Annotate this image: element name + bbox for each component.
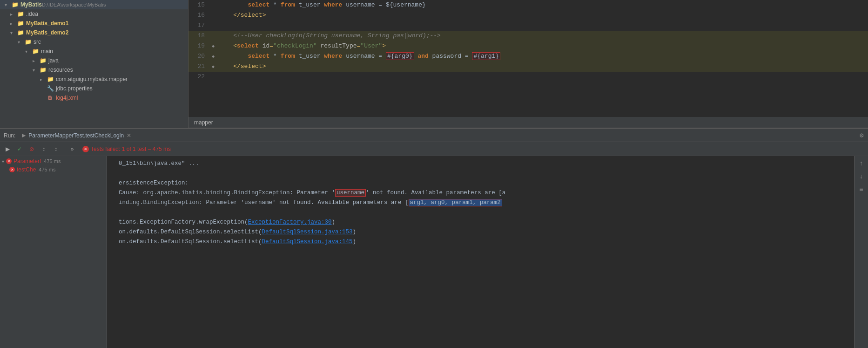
line-number: 21 xyxy=(188,61,209,72)
default-sql-session-link-2[interactable]: DefaultSqlSession.java:145 xyxy=(262,239,353,245)
line-content: select * from t_user where username = ${… xyxy=(217,0,868,10)
arrow-up-icon[interactable]: ↑ xyxy=(856,158,867,169)
file-icon: 🗎 xyxy=(47,94,54,102)
spacer xyxy=(37,85,45,92)
right-sidebar: ↑ ↓ ≡ xyxy=(854,156,868,348)
sidebar-item-main[interactable]: ▾ 📁 main xyxy=(0,47,188,56)
code-line-20: 20 ◆ select * from t_user where username… xyxy=(188,51,868,61)
sidebar-item-label: .idea xyxy=(26,11,38,17)
sidebar-item-label: log4j.xml xyxy=(56,95,78,101)
console-line-1: 0_151\bin\java.exe" ... xyxy=(112,159,849,168)
folder-icon: 📁 xyxy=(32,48,39,55)
code-line-17: 17 xyxy=(188,20,868,31)
run-tab-name[interactable]: ParameterMapperTest.testCheckLogin xyxy=(28,132,124,139)
test-list: ▾ ✕ ParameterI 475 ms ✕ testChe 475 ms xyxy=(0,156,107,348)
line-content: </select> xyxy=(217,10,868,20)
line-content xyxy=(217,20,868,31)
username-highlight: username xyxy=(335,189,366,197)
test-list-item-0[interactable]: ▾ ✕ ParameterI 475 ms xyxy=(0,157,107,165)
run-body: ▾ ✕ ParameterI 475 ms ✕ testChe 475 ms 0… xyxy=(0,156,868,348)
sidebar-item-idea[interactable]: ▸ 📁 .idea xyxy=(0,9,188,19)
sidebar-item-src[interactable]: ▾ 📁 src xyxy=(0,37,188,47)
close-tab-button[interactable]: ✕ xyxy=(127,132,131,139)
expand-icon: ▾ xyxy=(30,66,37,74)
sort-asc-button[interactable]: ↕ xyxy=(38,143,49,155)
sidebar-item-mybatis-demo1[interactable]: ▸ 📁 MyBatis_demo1 xyxy=(0,19,188,28)
gutter: ◆ xyxy=(209,41,217,51)
folder-icon: 📁 xyxy=(47,75,54,83)
sidebar-item-label: jdbc.properties xyxy=(56,85,93,92)
test-time: 475 ms xyxy=(39,167,55,172)
expand-icon: ▾ xyxy=(7,29,15,36)
arg0-expr: #{arg0} xyxy=(386,52,414,60)
folder-icon: 📁 xyxy=(17,20,24,27)
run-toolbar: ▶ ✓ ⊘ ↕ ↕ » ✕ Tests failed: 1 of 1 test … xyxy=(0,142,868,156)
expand-icon: ▾ xyxy=(2,159,4,164)
check-button[interactable]: ✓ xyxy=(14,143,25,155)
sidebar-item-label: MyBatis_demo2 xyxy=(26,29,68,36)
file-tree: ▾ 📁 MyBatis D:\IDEA\workspace\MyBatis ▸ … xyxy=(0,0,188,128)
console-line-8: on.defaults.DefaultSqlSession.selectList… xyxy=(112,227,849,237)
line-content: <!--User checkLogin(String username, Str… xyxy=(217,31,868,41)
sidebar-item-log4j[interactable]: 🗎 log4j.xml xyxy=(0,93,188,102)
console-line-2 xyxy=(112,169,849,178)
code-line-19: 19 ◆ <select id="checkLogin" resultType=… xyxy=(188,41,868,51)
code-line-16: 16 </select> xyxy=(188,10,868,20)
sidebar-item-label: MyBatis_demo1 xyxy=(26,20,68,27)
toolbar-separator xyxy=(64,145,64,153)
line-number: 16 xyxy=(188,10,209,20)
sidebar-item-resources[interactable]: ▾ 📁 resources xyxy=(0,65,188,75)
console-line-7: tions.ExceptionFactory.wrapException(Exc… xyxy=(112,218,849,227)
spacer xyxy=(37,94,45,102)
expand-button[interactable]: » xyxy=(67,143,78,155)
error-indicator: ✕ xyxy=(6,158,12,164)
run-button[interactable]: ▶ xyxy=(2,143,13,155)
params-highlight: arg1, arg0, param1, param2 xyxy=(409,199,502,206)
expand-icon: ▾ xyxy=(15,38,22,46)
sort-desc-button[interactable]: ↕ xyxy=(50,143,61,155)
exception-factory-link[interactable]: ExceptionFactory.java:30 xyxy=(248,219,332,225)
run-panel: Run: ▶ ParameterMapperTest.testCheckLogi… xyxy=(0,128,868,348)
editor-tab-bar: mapper xyxy=(188,117,868,128)
line-content xyxy=(217,72,868,82)
folder-icon: 📁 xyxy=(17,29,24,36)
sidebar-item-java[interactable]: ▸ 📁 java xyxy=(0,56,188,65)
gutter: ◆ xyxy=(209,61,217,72)
list-icon[interactable]: ≡ xyxy=(856,184,867,195)
code-line-18: 18 <!--User checkLogin(String username, … xyxy=(188,31,868,41)
console-line-4: Cause: org.apache.ibatis.binding.Binding… xyxy=(112,188,849,198)
run-label: Run: xyxy=(4,132,15,139)
settings-icon[interactable]: ⚙ xyxy=(859,132,864,139)
run-header: Run: ▶ ParameterMapperTest.testCheckLogi… xyxy=(0,129,868,142)
error-icon: ✕ xyxy=(82,146,89,152)
code-editor: 15 select * from t_user where username =… xyxy=(188,0,868,128)
run-icon: ▶ xyxy=(22,132,26,138)
console-output: 0_151\bin\java.exe" ... ersistenceExcept… xyxy=(107,156,854,348)
error-indicator: ✕ xyxy=(9,167,15,172)
editor-content: 15 select * from t_user where username =… xyxy=(188,0,868,117)
default-sql-session-link-1[interactable]: DefaultSqlSession.java:153 xyxy=(262,229,353,235)
test-result-text: Tests failed: 1 of 1 test – 475 ms xyxy=(91,146,171,152)
test-list-item-1[interactable]: ✕ testChe 475 ms xyxy=(0,165,107,174)
folder-icon: 📁 xyxy=(24,38,32,46)
sidebar-item-mybatis-demo2[interactable]: ▾ 📁 MyBatis_demo2 xyxy=(0,28,188,37)
stop-button[interactable]: ⊘ xyxy=(26,143,37,155)
test-method-name: testChe xyxy=(17,166,36,173)
console-line-3: ersistenceException: xyxy=(112,178,849,188)
gutter xyxy=(209,20,217,31)
folder-icon: 📁 xyxy=(17,10,24,18)
line-content: </select> xyxy=(217,61,868,72)
arrow-down-icon[interactable]: ↓ xyxy=(856,171,867,182)
folder-icon: 📁 xyxy=(39,66,47,74)
folder-icon: 📁 xyxy=(11,1,19,8)
sidebar-item-label: src xyxy=(34,39,41,45)
sidebar-item-jdbc-properties[interactable]: 🔧 jdbc.properties xyxy=(0,84,188,93)
sidebar-item-mybatis-root[interactable]: ▾ 📁 MyBatis D:\IDEA\workspace\MyBatis xyxy=(0,0,188,9)
editor-tab-mapper[interactable]: mapper xyxy=(188,117,219,128)
expand-icon: ▾ xyxy=(2,1,9,8)
code-line-21: 21 ◆ </select> xyxy=(188,61,868,72)
test-result-badge: ✕ Tests failed: 1 of 1 test – 475 ms xyxy=(82,146,171,152)
arg1-expr: #{arg1} xyxy=(472,52,500,60)
collapse-icon: ▸ xyxy=(7,10,15,18)
sidebar-item-mapper-pkg[interactable]: ▸ 📁 com.atguigu.mybatis.mapper xyxy=(0,75,188,84)
